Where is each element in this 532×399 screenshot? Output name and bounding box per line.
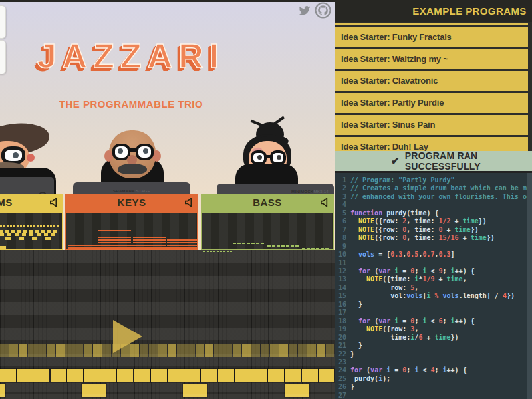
play-button[interactable] [113, 320, 142, 353]
mini-note [33, 225, 35, 227]
mini-note [15, 233, 19, 236]
code-line: 12 for (var i = 0; i < 9; i++) { [335, 267, 532, 275]
mini-note [0, 246, 6, 249]
mini-note [213, 251, 215, 252]
mini-note [47, 225, 49, 227]
line-number: 12 [335, 267, 350, 275]
keyboard-brand: SHAMAHA [113, 189, 135, 193]
list-item[interactable]: Idea Starter: Waltzing my ~ [335, 49, 528, 69]
line-number: 5 [335, 209, 350, 217]
note-cell [0, 369, 16, 382]
code-line: 9 [335, 243, 532, 251]
mini-note [45, 237, 51, 240]
note-cell [100, 369, 116, 382]
mini-note [3, 225, 5, 227]
mini-note [68, 245, 166, 246]
code-line: 5function purdy(time) { [335, 209, 532, 217]
speaker-icon[interactable] [184, 198, 194, 207]
hihat-cell [223, 344, 232, 357]
list-item[interactable]: Idea Starter: Partly Purdie [335, 93, 528, 113]
mini-roll-bass[interactable] [201, 211, 334, 250]
hihat-cell [168, 344, 176, 357]
hihat-cell [158, 344, 167, 357]
mini-note [233, 243, 236, 244]
mini-note [295, 245, 299, 247]
hihat-cell [205, 344, 213, 357]
mini-note [167, 242, 197, 243]
code-line: 4 [335, 201, 532, 209]
code-line: 1// Program: "Partly Purdy" [335, 176, 532, 184]
mini-note [237, 243, 241, 244]
mini-note [47, 230, 51, 233]
line-number: 14 [335, 284, 350, 292]
mini-roll-drums[interactable] [0, 211, 63, 250]
mini-note [35, 230, 39, 233]
note-cell [184, 369, 200, 382]
mini-note [98, 242, 131, 243]
note-cell [218, 369, 234, 382]
code-line: 22} [335, 350, 532, 358]
code-line: 21 } [335, 342, 532, 350]
code-line: 3// enhanced with your own flourishes. T… [335, 193, 532, 201]
speaker-icon[interactable] [320, 198, 330, 207]
hihat-cell [279, 344, 288, 357]
list-item[interactable]: Idea Starter: Clavatronic [335, 71, 528, 91]
instrument-label: BASS [253, 197, 282, 208]
status-banner: ✔ PROGRAM RAN SUCCESSFULLY [335, 151, 532, 173]
mini-note [242, 243, 245, 244]
hihat-cell [186, 344, 195, 357]
note-cell [51, 369, 66, 382]
note-cell [134, 369, 150, 382]
instrument-bar-drums[interactable]: DRUMS [0, 194, 63, 211]
code-line: 7 NOTE({row: 0, time: 0 + time}) [335, 226, 532, 234]
app-subtitle: THE PROGRAMMABLE TRIO [0, 98, 262, 110]
line-number: 20 [335, 334, 350, 342]
github-icon[interactable] [315, 2, 331, 19]
line-number: 1 [335, 176, 350, 184]
hihat-cell [289, 344, 297, 357]
hihat-cell [270, 344, 279, 357]
list-item[interactable]: Idea Starter: Funky Fractals [335, 27, 528, 47]
mini-note [223, 251, 225, 252]
list-item[interactable]: Idea Starter: Sinus Pain [335, 115, 528, 135]
note-cell [117, 369, 133, 382]
mini-note [261, 243, 264, 244]
panel-title: EXAMPLE PROGRAMS [335, 0, 532, 22]
mini-note [210, 251, 212, 252]
code-line: 11 [335, 259, 532, 267]
mini-note [22, 233, 26, 236]
editor-scrollbar[interactable] [527, 173, 532, 399]
mini-note [291, 245, 294, 247]
line-number: 22 [335, 350, 350, 358]
mini-note [13, 225, 15, 227]
mini-note [53, 230, 57, 233]
sequencer-grid[interactable] [0, 250, 335, 399]
side-tab-button[interactable] [0, 5, 6, 39]
code-line: 27 [335, 392, 532, 399]
mini-roll-keys[interactable] [65, 211, 198, 250]
status-text: PROGRAM RAN SUCCESSFULLY [405, 150, 532, 172]
instrument-bar-keys[interactable]: KEYS [65, 194, 198, 211]
note-cell [17, 369, 33, 382]
line-number: 3 [335, 193, 350, 201]
twitter-icon[interactable] [297, 5, 312, 17]
code-line: 20 time:i/6 + time}) [335, 334, 532, 342]
code-line: 16 } [335, 301, 532, 309]
mini-note [5, 237, 11, 240]
note-cell [168, 369, 184, 382]
code-line: 2// Creates a simple drum beat which can… [335, 184, 532, 192]
hihat-cell [9, 344, 18, 357]
drummer-glasses [1, 146, 25, 164]
mini-note [5, 230, 9, 233]
speaker-icon[interactable] [49, 198, 59, 207]
top-border [0, 0, 335, 2]
line-number: 4 [335, 201, 350, 209]
line-number: 8 [335, 234, 350, 242]
hihat-cell [93, 344, 102, 357]
mini-note [277, 245, 280, 247]
hihat-cell [326, 344, 334, 357]
mini-note [307, 248, 310, 249]
mini-note [267, 245, 271, 247]
code-editor[interactable]: 1// Program: "Partly Purdy"2// Creates a… [335, 173, 532, 399]
instrument-bar-bass[interactable]: BASS [201, 194, 334, 211]
